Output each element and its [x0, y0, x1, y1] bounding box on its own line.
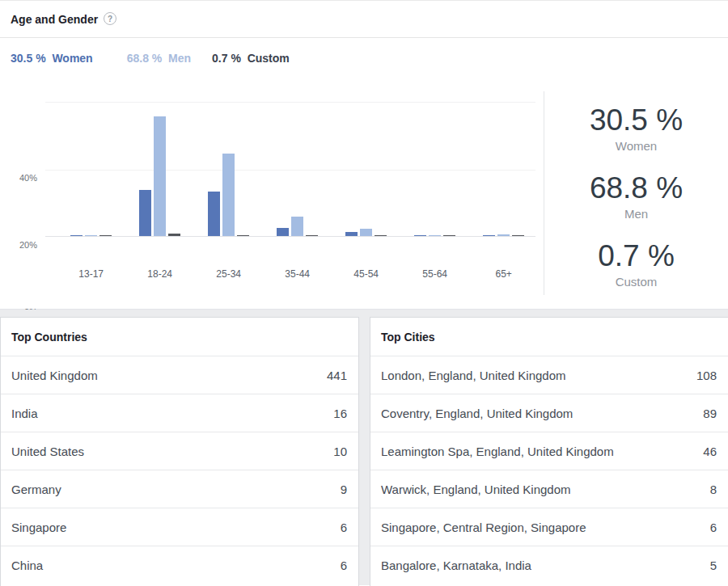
gender-stats-summary: 30.5 % Women 68.8 % Men 0.7 % Custom	[544, 103, 728, 306]
table-row: United States 10	[1, 432, 358, 470]
top-cities-card: Top Cities London, England, United Kingd…	[370, 317, 728, 586]
bar-men-25-34	[222, 154, 235, 236]
bar-custom-18-24	[168, 234, 180, 236]
bar-men-55-64	[429, 235, 441, 236]
bar-group-65+	[483, 103, 524, 236]
country-count: 9	[341, 483, 347, 496]
age-gender-bar-chart: 0%20%40% 13-1718-2425-3435-4445-5455-646…	[0, 82, 544, 310]
table-row: India 16	[1, 394, 358, 432]
bar-women-65+	[483, 235, 495, 236]
x-tick-25-34: 25-34	[201, 268, 257, 280]
legend-men-label: Men	[168, 52, 191, 65]
legend-custom-label: Custom	[248, 52, 290, 65]
table-row: London, England, United Kingdom 108	[370, 356, 728, 394]
legend-item-women[interactable]: 30.5 % Women	[11, 52, 93, 65]
legend-women-value: 30.5 %	[11, 52, 46, 65]
country-count: 6	[341, 521, 347, 534]
y-tick-20%: 20%	[0, 239, 37, 251]
country-name: Singapore	[11, 521, 66, 534]
country-count: 6	[341, 559, 347, 572]
stat-men: 68.8 % Men	[544, 171, 728, 222]
panel-header: Age and Gender ?	[0, 1, 728, 38]
bar-group-45-54	[345, 103, 387, 236]
x-tick-13-17: 13-17	[63, 268, 120, 280]
panel-title: Age and Gender	[11, 12, 98, 27]
country-name: Germany	[11, 483, 61, 496]
legend-women-label: Women	[52, 52, 92, 65]
country-name: United States	[11, 445, 84, 458]
top-countries-card: Top Countries United Kingdom 441 India 1…	[0, 317, 359, 586]
country-count: 16	[333, 407, 347, 420]
city-name: Leamington Spa, England, United Kingdom	[381, 445, 614, 458]
city-name: Coventry, England, United Kingdom	[381, 407, 573, 420]
legend-item-custom[interactable]: 0.7 % Custom	[212, 52, 290, 65]
country-name: India	[11, 407, 38, 420]
top-countries-title: Top Countries	[11, 331, 87, 344]
country-name: United Kingdom	[11, 369, 98, 382]
stat-custom-label: Custom	[544, 274, 728, 290]
city-name: London, England, United Kingdom	[381, 369, 566, 382]
city-count: 6	[710, 521, 717, 534]
bar-custom-45-54	[375, 235, 387, 236]
bar-men-65+	[497, 234, 510, 236]
city-name: Singapore, Central Region, Singapore	[381, 521, 586, 534]
city-count: 89	[703, 407, 717, 420]
table-row: Warwick, England, United Kingdom 8	[370, 470, 728, 508]
top-cities-title: Top Cities	[381, 331, 435, 344]
stat-women-label: Women	[544, 138, 728, 154]
stat-women-value: 30.5 %	[544, 103, 728, 138]
city-count: 5	[710, 559, 717, 572]
legend-item-men[interactable]: 68.8 % Men	[127, 52, 191, 65]
bar-women-25-34	[208, 192, 220, 236]
chart-plot-area	[45, 102, 535, 237]
x-tick-65+: 65+	[476, 268, 532, 280]
top-countries-header: Top Countries	[1, 318, 358, 356]
legend-men-value: 68.8 %	[127, 52, 163, 65]
bar-custom-13-17	[99, 235, 112, 236]
city-count: 8	[710, 483, 717, 496]
table-row: Leamington Spa, England, United Kingdom …	[370, 432, 728, 470]
bar-group-55-64	[414, 103, 455, 236]
x-tick-55-64: 55-64	[407, 268, 463, 280]
table-row: China 6	[1, 546, 358, 584]
country-count: 10	[333, 445, 347, 458]
age-and-gender-panel: Age and Gender ? 30.5 % Women 68.8 % Men…	[0, 0, 728, 310]
bar-custom-65+	[512, 235, 524, 236]
bar-group-13-17	[70, 103, 112, 236]
bar-women-13-17	[70, 235, 83, 236]
bar-custom-35-44	[306, 235, 318, 236]
table-row: Singapore, Central Region, Singapore 6	[370, 508, 728, 546]
table-row: United Kingdom 441	[1, 356, 358, 394]
bar-men-18-24	[154, 116, 166, 236]
country-count: 441	[327, 369, 347, 382]
bar-group-18-24	[139, 103, 180, 236]
stat-women: 30.5 % Women	[544, 103, 728, 154]
help-icon[interactable]: ?	[104, 12, 116, 25]
bar-women-35-44	[277, 228, 289, 236]
stat-men-label: Men	[544, 206, 728, 222]
stat-custom: 0.7 % Custom	[544, 238, 728, 290]
bar-custom-25-34	[237, 235, 249, 236]
gender-legend: 30.5 % Women 68.8 % Men 0.7 % Custom	[0, 38, 728, 65]
country-name: China	[11, 559, 43, 572]
bar-women-45-54	[345, 232, 358, 236]
city-name: Warwick, England, United Kingdom	[381, 483, 571, 496]
x-tick-45-54: 45-54	[338, 268, 395, 280]
bar-group-35-44	[277, 103, 318, 236]
table-row: Bangalore, Karnataka, India 5	[370, 546, 728, 584]
legend-custom-value: 0.7 %	[212, 52, 241, 65]
x-tick-35-44: 35-44	[269, 268, 326, 280]
bar-custom-55-64	[443, 235, 455, 236]
x-tick-18-24: 18-24	[132, 268, 188, 280]
stat-custom-value: 0.7 %	[544, 238, 728, 274]
table-row: Coventry, England, United Kingdom 89	[370, 394, 728, 432]
table-row: Singapore 6	[1, 508, 358, 546]
city-name: Bangalore, Karnataka, India	[381, 559, 531, 572]
bar-men-45-54	[360, 229, 372, 236]
top-cities-header: Top Cities	[370, 318, 728, 356]
bar-group-25-34	[208, 103, 249, 236]
stat-men-value: 68.8 %	[544, 171, 728, 206]
city-count: 108	[696, 369, 717, 382]
bar-men-35-44	[291, 217, 303, 236]
y-tick-40%: 40%	[0, 172, 37, 183]
